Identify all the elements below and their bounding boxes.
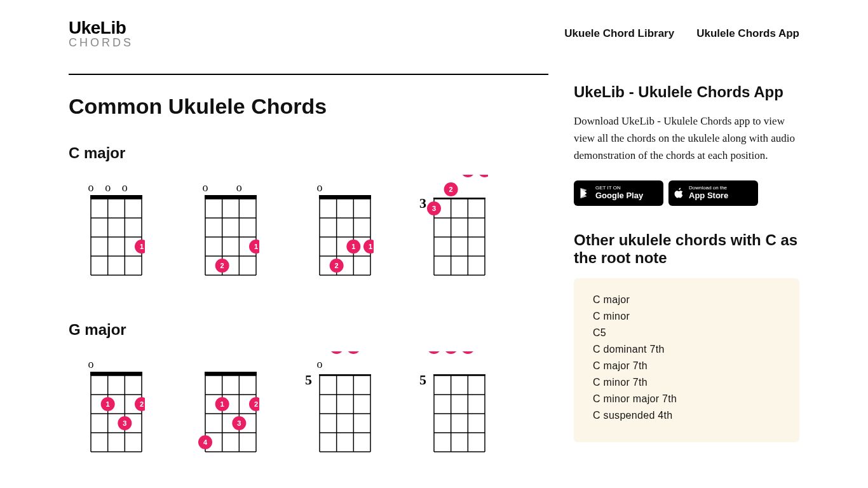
svg-text:4: 4 — [203, 438, 208, 446]
svg-text:2: 2 — [220, 262, 224, 269]
chord-list-item[interactable]: C minor major 7th — [593, 393, 780, 405]
svg-rect-67 — [90, 372, 142, 376]
sidebar-other-title: Other ukulele chords with C as the root … — [574, 231, 799, 267]
google-play-button[interactable]: GET IT ON Google Play — [574, 180, 663, 206]
svg-text:o: o — [122, 181, 128, 194]
svg-point-135 — [461, 351, 475, 354]
page-title: Common Ukulele Chords — [69, 94, 548, 119]
chord-list-item[interactable]: C minor — [593, 311, 780, 322]
svg-point-65 — [478, 175, 488, 177]
chord-list-item[interactable]: C major 7th — [593, 360, 780, 372]
main-content: Common Ukulele Chords C major ooo1oo21o2… — [69, 74, 548, 488]
store-buttons: GET IT ON Google Play Download on the Ap… — [574, 180, 799, 206]
svg-point-131 — [427, 351, 441, 354]
nav-app[interactable]: Ukulele Chords App — [696, 27, 799, 40]
sidebar: UkeLib - Ukulele Chords App Download Uke… — [574, 74, 799, 442]
chord-list-item[interactable]: C dominant 7th — [593, 344, 780, 355]
chord-diagram: 52341 — [412, 351, 488, 466]
chord-row-g: o13241325o34152341 — [69, 351, 548, 466]
svg-point-114 — [330, 351, 344, 354]
svg-point-116 — [346, 351, 360, 354]
chord-diagram: oo21 — [183, 175, 259, 289]
svg-text:3: 3 — [419, 195, 426, 211]
chord-diagram: 4132 — [183, 351, 259, 466]
svg-text:2: 2 — [140, 400, 144, 408]
svg-text:o: o — [88, 358, 94, 370]
svg-rect-84 — [205, 372, 257, 376]
svg-text:1: 1 — [351, 243, 355, 250]
svg-text:3: 3 — [432, 205, 436, 212]
chord-diagram: o211 — [297, 175, 374, 289]
logo[interactable]: UkeLib CHORDS — [69, 19, 133, 48]
svg-rect-0 — [90, 195, 142, 199]
svg-text:1: 1 — [254, 243, 258, 250]
svg-text:o: o — [203, 181, 208, 194]
google-play-icon — [579, 186, 592, 200]
svg-point-133 — [444, 351, 458, 354]
svg-text:1: 1 — [220, 400, 224, 408]
svg-text:1: 1 — [369, 243, 372, 250]
google-big: Google Play — [595, 191, 643, 200]
logo-top: UkeLib — [69, 19, 133, 37]
chord-list-item[interactable]: C minor 7th — [593, 377, 780, 388]
chord-diagram: 5o341 — [297, 351, 374, 466]
sidebar-app-title: UkeLib - Ukulele Chords App — [574, 83, 799, 101]
nav-library[interactable]: Ukuele Chord Library — [564, 27, 674, 40]
svg-text:o: o — [236, 181, 242, 194]
svg-text:3: 3 — [237, 419, 241, 427]
svg-text:2: 2 — [449, 186, 453, 193]
svg-rect-31 — [319, 195, 371, 199]
svg-text:o: o — [105, 181, 111, 194]
svg-text:2: 2 — [254, 400, 258, 408]
divider — [69, 74, 548, 75]
chord-list-item[interactable]: C suspended 4th — [593, 410, 780, 421]
app-store-button[interactable]: Download on the App Store — [668, 180, 758, 206]
svg-text:o: o — [317, 181, 323, 194]
svg-text:1: 1 — [106, 400, 110, 408]
svg-point-63 — [461, 175, 475, 177]
chord-heading-g: G major — [69, 321, 548, 339]
chord-diagram: ooo1 — [69, 175, 145, 289]
chord-diagram: 33211 — [412, 175, 488, 289]
sidebar-app-desc: Download UkeLib - Ukulele Chords app to … — [574, 112, 799, 165]
apple-big: App Store — [689, 191, 728, 200]
svg-text:3: 3 — [123, 419, 126, 427]
svg-text:o: o — [317, 358, 323, 370]
chord-diagram: o132 — [69, 351, 145, 466]
top-nav: Ukuele Chord Library Ukulele Chords App — [564, 27, 799, 40]
apple-icon — [674, 186, 685, 200]
chord-list-box: C majorC minorC5C dominant 7thC major 7t… — [574, 278, 799, 442]
chord-list-item[interactable]: C5 — [593, 327, 780, 339]
logo-bottom: CHORDS — [69, 37, 133, 48]
svg-text:2: 2 — [335, 262, 339, 269]
chord-heading-c: C major — [69, 144, 548, 162]
chord-row-c: ooo1oo21o21133211 — [69, 175, 548, 289]
chord-list-item[interactable]: C major — [593, 294, 780, 306]
svg-text:o: o — [88, 181, 94, 194]
svg-text:1: 1 — [140, 243, 144, 250]
svg-text:5: 5 — [305, 372, 312, 388]
svg-rect-15 — [205, 195, 257, 199]
svg-text:5: 5 — [419, 372, 426, 388]
